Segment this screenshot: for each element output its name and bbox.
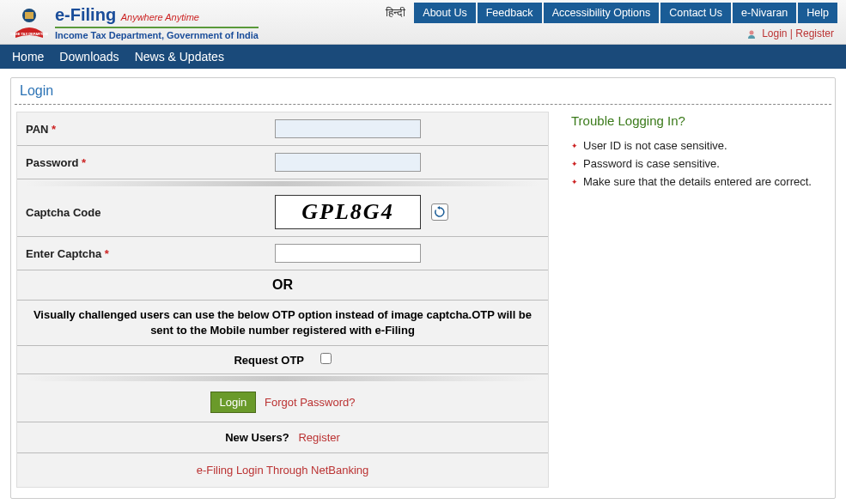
mainnav-home[interactable]: Home [12,50,44,64]
top-nav: हिन्दी About Us Feedback Accessibility O… [386,3,837,23]
brand-name-text: e-Filing [55,5,116,24]
pan-label: PAN * [26,123,275,136]
required-mark: * [82,156,86,169]
brand-text: e-Filing Anywhere Anytime Income Tax Dep… [55,5,259,40]
top-bar: INCOME TAX DEPARTMENT e-Filing Anywhere … [0,0,846,45]
gradient-divider [26,376,539,381]
help-title: Trouble Logging In? [571,113,825,128]
forgot-password-link[interactable]: Forgot Password? [265,396,356,409]
login-panel: Login PAN * Password * Captcha Code GPL8… [10,77,836,499]
nav-feedback[interactable]: Feedback [478,3,542,23]
register-link[interactable]: Register [795,27,834,39]
request-otp-checkbox[interactable] [320,353,332,364]
main-nav: Home Downloads News & Updates [0,45,846,69]
new-users-question: New Users? [225,431,289,444]
help-item: User ID is not case sensitive. [571,137,825,155]
emblem-icon: INCOME TAX DEPARTMENT [10,3,48,41]
panel-title: Login [11,78,835,104]
nav-contact[interactable]: Contact Us [660,3,731,23]
captcha-input[interactable] [275,244,421,263]
refresh-captcha-button[interactable] [431,203,448,221]
password-label-text: Password [26,156,82,169]
svg-rect-1 [25,12,33,19]
captcha-image: GPL8G4 [275,195,421,229]
password-input[interactable] [275,153,421,172]
mainnav-news[interactable]: News & Updates [135,50,224,64]
nav-enivaran[interactable]: e-Nivaran [733,3,796,23]
nav-accessibility[interactable]: Accessibility Options [544,3,660,23]
help-item: Password is case sensitive. [571,155,825,173]
password-row: Password * [17,146,548,179]
required-mark: * [105,247,109,260]
enter-captcha-row: Enter Captcha * [17,237,548,270]
logo-area: INCOME TAX DEPARTMENT e-Filing Anywhere … [10,3,259,41]
refresh-icon [434,206,446,218]
or-divider: OR [17,270,548,301]
content-row: PAN * Password * Captcha Code GPL8G4 [11,112,835,498]
netbanking-link[interactable]: e-Filing Login Through NetBanking [17,453,548,487]
help-column: Trouble Logging In? User ID is not case … [566,112,830,488]
action-row: Login Forgot Password? [17,383,548,422]
login-button[interactable]: Login [210,392,257,413]
mainnav-downloads[interactable]: Downloads [59,50,119,64]
pan-row: PAN * [17,112,548,146]
brand-name: e-Filing Anywhere Anytime [55,5,259,25]
request-otp-label: Request OTP [234,354,304,367]
login-register-links: Login | Register [746,27,834,39]
svg-point-3 [749,30,753,34]
help-list: User ID is not case sensitive. Password … [571,137,825,191]
page-wrap: Login PAN * Password * Captcha Code GPL8… [0,69,846,504]
nav-help[interactable]: Help [798,3,837,23]
new-users-register-link[interactable]: Register [298,431,339,444]
gradient-divider [26,181,539,186]
otp-check-row: Request OTP [17,346,548,374]
password-label: Password * [26,156,275,169]
hindi-link[interactable]: हिन्दी [386,6,405,20]
new-users-row: New Users? Register [17,422,548,453]
auth-sep: | [790,27,793,39]
person-icon [746,29,757,39]
login-form: PAN * Password * Captcha Code GPL8G4 [16,112,549,488]
nav-about-us[interactable]: About Us [414,3,475,23]
required-mark: * [52,123,56,136]
brand-dept: Income Tax Department, Government of Ind… [55,27,259,40]
enter-captcha-label-text: Enter Captcha [26,247,105,260]
captcha-row: Captcha Code GPL8G4 [17,188,548,237]
pan-label-text: PAN [26,123,52,136]
pan-input[interactable] [275,119,421,138]
login-link[interactable]: Login [762,27,787,39]
captcha-label: Captcha Code [26,206,275,219]
dashed-separator [15,104,831,105]
brand-tagline: Anywhere Anytime [121,12,199,22]
help-item: Make sure that the details entered are c… [571,173,825,191]
enter-captcha-label: Enter Captcha * [26,247,275,260]
otp-description: Visually challenged users can use the be… [17,301,548,346]
svg-text:INCOME TAX DEPARTMENT: INCOME TAX DEPARTMENT [10,32,48,36]
